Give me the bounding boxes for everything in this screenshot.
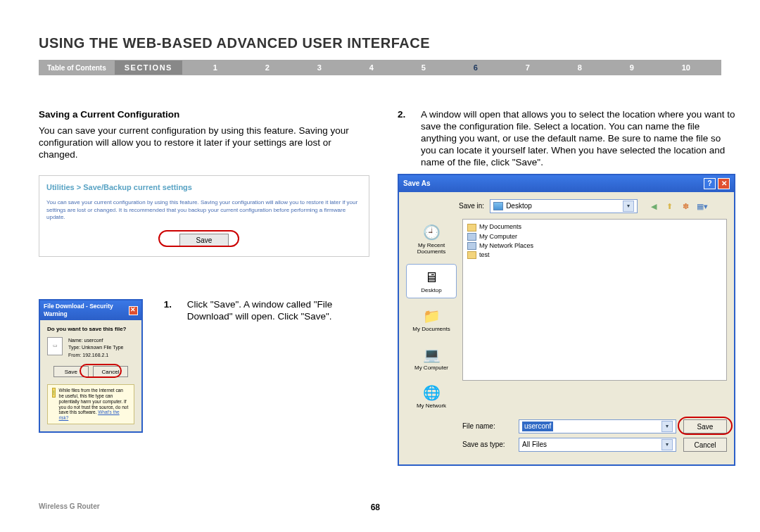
places-item[interactable]: 💻My Computer xyxy=(406,341,457,376)
section-link-5[interactable]: 5 xyxy=(422,63,426,72)
folder-icon xyxy=(467,233,476,241)
panel-blurb: You can save your current configuration … xyxy=(46,199,362,221)
section-link-8[interactable]: 8 xyxy=(578,63,582,72)
section-link-10[interactable]: 10 xyxy=(682,63,690,72)
step-2: 2. A window will open that allows you to… xyxy=(398,109,735,168)
close-icon[interactable]: ✕ xyxy=(718,178,730,189)
type-label: Type: xyxy=(68,345,80,350)
type-value: Unknown File Type xyxy=(82,345,123,350)
section-link-2[interactable]: 2 xyxy=(265,63,270,72)
place-icon: 🖥 xyxy=(421,268,442,286)
file-download-dialog: File Download - Security Warning ✕ Do yo… xyxy=(39,299,143,433)
file-item[interactable]: My Documents xyxy=(466,222,723,232)
step-1: 1. Click "Save". A window called "File D… xyxy=(164,299,369,323)
up-icon[interactable]: ⬆ xyxy=(664,201,676,213)
savein-dropdown[interactable]: Desktop ▾ xyxy=(490,199,638,213)
step-number: 2. xyxy=(398,109,408,168)
nav-sections-label: SECTIONS xyxy=(115,61,182,75)
from-value: 192.168.2.1 xyxy=(82,353,108,357)
file-item-label: test xyxy=(479,251,490,259)
file-icon: ▭ xyxy=(47,337,63,355)
place-label: My Network xyxy=(417,403,446,410)
savetype-value: All Files xyxy=(522,441,547,450)
dialog-title: Save As xyxy=(403,179,431,189)
place-icon: 📁 xyxy=(421,307,442,325)
name-value: userconf xyxy=(84,338,103,343)
shield-icon: ! xyxy=(52,388,56,398)
filename-field[interactable]: userconf ▾ xyxy=(519,419,676,433)
dialog-title: File Download - Security Warning xyxy=(44,303,129,317)
file-item[interactable]: My Computer xyxy=(466,232,723,241)
savein-value: Desktop xyxy=(506,202,532,211)
places-item[interactable]: 📁My Documents xyxy=(406,303,457,337)
folder-icon xyxy=(467,224,476,232)
place-icon: 💻 xyxy=(421,346,442,364)
step-number: 1. xyxy=(164,299,175,323)
page-number: 68 xyxy=(371,502,380,512)
panel-save-button[interactable]: Save xyxy=(179,234,229,246)
file-item-label: My Network Places xyxy=(479,242,533,250)
help-icon[interactable]: ? xyxy=(704,178,716,189)
save-as-dialog: Save As ? ✕ Save in: Desktop ▾ ◀ ⬆ xyxy=(398,174,735,466)
nav-toc[interactable]: Table of Contents xyxy=(39,64,115,72)
section-subheading: Saving a Current Configuration xyxy=(39,109,369,121)
places-item[interactable]: 🖥Desktop xyxy=(406,264,457,298)
step-text: Click "Save". A window called "File Down… xyxy=(187,299,369,323)
section-nav: Table of Contents SECTIONS 12345678910 xyxy=(39,60,721,75)
step-text: A window will open that allows you to se… xyxy=(421,109,735,168)
dlg1-cancel-button[interactable]: Cancel xyxy=(93,366,128,377)
name-label: Name: xyxy=(68,338,83,343)
place-label: My Documents xyxy=(412,327,450,333)
page-footer: Wireless G Router 68 xyxy=(39,502,721,512)
savetype-dropdown[interactable]: All Files ▾ xyxy=(519,438,676,452)
file-item-label: My Documents xyxy=(479,223,521,231)
filename-value: userconf xyxy=(522,422,553,432)
place-label: My Computer xyxy=(414,365,448,372)
place-icon: 🕘 xyxy=(421,223,442,241)
warning-text: While files from the Internet can be use… xyxy=(59,388,129,421)
page-title: USING THE WEB-BASED ADVANCED USER INTERF… xyxy=(39,35,721,51)
from-label: From: xyxy=(68,353,81,357)
dialog-question: Do you want to save this file? xyxy=(47,326,134,333)
file-list-pane[interactable]: My DocumentsMy ComputerMy Network Places… xyxy=(462,219,727,381)
chevron-down-icon[interactable]: ▾ xyxy=(623,201,634,212)
section-link-6[interactable]: 6 xyxy=(474,63,478,72)
section-link-4[interactable]: 4 xyxy=(369,63,374,72)
close-icon[interactable]: ✕ xyxy=(129,306,138,315)
place-label: My Recent Documents xyxy=(408,243,455,255)
utilities-panel: Utilities > Save/Backup current settings… xyxy=(39,175,369,258)
place-label: Desktop xyxy=(421,288,441,294)
file-item-label: My Computer xyxy=(479,233,517,241)
dlg1-save-button[interactable]: Save xyxy=(53,366,89,377)
dlg2-save-button[interactable]: Save xyxy=(683,419,727,433)
back-icon[interactable]: ◀ xyxy=(647,201,659,213)
savein-label: Save in: xyxy=(459,202,484,211)
footer-left: Wireless G Router xyxy=(39,502,100,512)
folder-icon xyxy=(467,242,476,250)
places-item[interactable]: 🌐My Network xyxy=(406,379,457,414)
new-folder-icon[interactable]: ✽ xyxy=(680,201,692,213)
intro-paragraph: You can save your current configuration … xyxy=(39,125,369,161)
panel-breadcrumb: Utilities > Save/Backup current settings xyxy=(46,183,362,193)
dlg2-cancel-button[interactable]: Cancel xyxy=(683,438,727,452)
section-link-3[interactable]: 3 xyxy=(317,63,322,72)
file-item[interactable]: test xyxy=(466,251,723,260)
right-column: 2. A window will open that allows you to… xyxy=(398,109,735,466)
chevron-down-icon[interactable]: ▾ xyxy=(661,421,673,432)
desktop-icon xyxy=(493,202,503,210)
section-link-7[interactable]: 7 xyxy=(526,63,530,72)
folder-icon xyxy=(467,251,476,259)
places-item[interactable]: 🕘My Recent Documents xyxy=(406,219,457,260)
filename-label: File name: xyxy=(462,422,512,431)
section-link-9[interactable]: 9 xyxy=(630,63,634,72)
place-icon: 🌐 xyxy=(421,384,442,402)
places-sidebar: 🕘My Recent Documents🖥Desktop📁My Document… xyxy=(406,219,457,414)
section-link-1[interactable]: 1 xyxy=(213,63,217,72)
chevron-down-icon[interactable]: ▾ xyxy=(661,439,673,450)
views-icon[interactable]: ▦▾ xyxy=(696,201,708,213)
savetype-label: Save as type: xyxy=(462,441,512,450)
file-item[interactable]: My Network Places xyxy=(466,241,723,251)
left-column: Saving a Current Configuration You can s… xyxy=(39,109,369,466)
